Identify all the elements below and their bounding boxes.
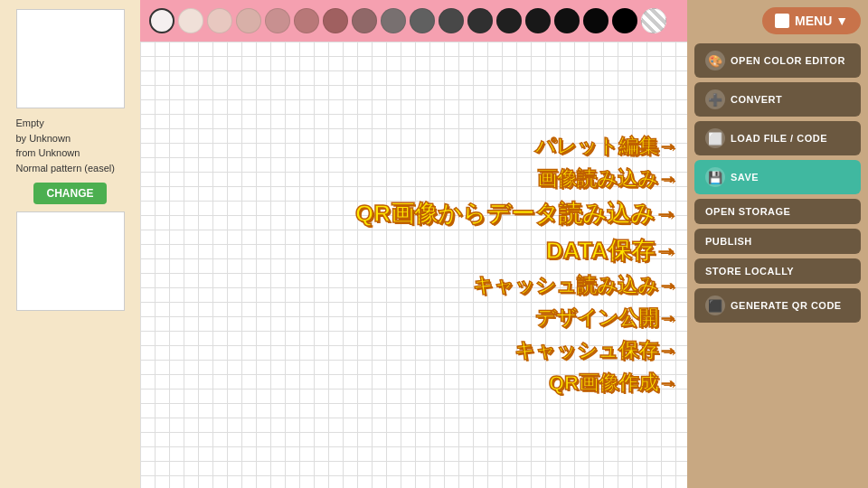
load-file-code-label: LOAD FILE / CODE bbox=[731, 133, 827, 144]
menu-label: MENU ▼ bbox=[795, 14, 848, 28]
publish-button[interactable]: PUBLISH bbox=[694, 229, 861, 254]
convert-label: CONVERT bbox=[731, 94, 782, 105]
palette-swatch-12[interactable] bbox=[496, 8, 522, 33]
open-color-editor-icon: 🎨 bbox=[705, 51, 725, 70]
save-button[interactable]: 💾SAVE bbox=[694, 160, 861, 194]
convert-icon: ➕ bbox=[705, 89, 725, 109]
palette-swatch-14[interactable] bbox=[554, 8, 580, 33]
overlay-line-5: デザイン公開→ bbox=[535, 305, 678, 332]
palette-bar bbox=[140, 0, 687, 42]
main-container: Empty by Unknown from Unknown Normal pat… bbox=[0, 0, 868, 488]
pattern-type: Normal pattern (easel) bbox=[16, 161, 125, 176]
store-locally-button[interactable]: STORE LOCALLY bbox=[694, 258, 861, 284]
overlay-line-4: キャッシュ読み込み→ bbox=[473, 272, 678, 299]
palette-swatch-0[interactable] bbox=[149, 8, 175, 33]
menu-button[interactable]: MENU ▼ bbox=[762, 7, 861, 34]
right-sidebar: MENU ▼ 🎨OPEN COLOR EDITOR➕CONVERT⬜LOAD F… bbox=[687, 0, 868, 488]
generate-qr-code-label: GENERATE QR CODE bbox=[731, 300, 842, 311]
overlay-line-2: QR画像からデータ読み込み→ bbox=[355, 198, 678, 230]
overlay-line-7: QR画像作成→ bbox=[549, 370, 678, 397]
palette-swatch-5[interactable] bbox=[294, 8, 319, 33]
save-label: SAVE bbox=[731, 172, 759, 183]
palette-swatch-4[interactable] bbox=[265, 8, 290, 33]
open-storage-button[interactable]: OPEN STORAGE bbox=[694, 199, 861, 224]
store-locally-label: STORE LOCALLY bbox=[705, 266, 794, 277]
canvas-area[interactable]: パレット編集→画像読み込み→QR画像からデータ読み込み→DATA保存→キャッシュ… bbox=[140, 42, 687, 488]
menu-icon bbox=[775, 14, 789, 28]
palette-swatch-9[interactable] bbox=[410, 8, 435, 33]
publish-label: PUBLISH bbox=[705, 236, 752, 247]
palette-swatch-11[interactable] bbox=[467, 8, 493, 33]
load-file-code-button[interactable]: ⬜LOAD FILE / CODE bbox=[694, 121, 861, 155]
open-color-editor-button[interactable]: 🎨OPEN COLOR EDITOR bbox=[694, 43, 861, 78]
overlay-line-0: パレット編集→ bbox=[535, 133, 678, 160]
palette-swatch-15[interactable] bbox=[583, 8, 609, 33]
convert-button[interactable]: ➕CONVERT bbox=[694, 82, 861, 117]
palette-swatch-2[interactable] bbox=[207, 8, 232, 33]
pattern-title: Empty bbox=[16, 116, 125, 131]
overlay-container: パレット編集→画像読み込み→QR画像からデータ読み込み→DATA保存→キャッシュ… bbox=[140, 42, 687, 488]
left-sidebar: Empty by Unknown from Unknown Normal pat… bbox=[0, 0, 140, 488]
action-buttons-container: 🎨OPEN COLOR EDITOR➕CONVERT⬜LOAD FILE / C… bbox=[694, 43, 861, 323]
palette-swatch-10[interactable] bbox=[439, 8, 464, 33]
pattern-source: from Unknown bbox=[16, 145, 125, 161]
overlay-line-6: キャッシュ保存→ bbox=[514, 337, 678, 364]
palette-swatch-3[interactable] bbox=[236, 8, 261, 33]
generate-qr-code-button[interactable]: ⬛GENERATE QR CODE bbox=[694, 288, 861, 323]
open-storage-label: OPEN STORAGE bbox=[705, 206, 790, 217]
center-area: パレット編集→画像読み込み→QR画像からデータ読み込み→DATA保存→キャッシュ… bbox=[140, 0, 687, 488]
preview-bottom bbox=[16, 211, 125, 311]
palette-swatch-1[interactable] bbox=[178, 8, 203, 33]
palette-swatch-7[interactable] bbox=[352, 8, 377, 33]
palette-swatch-16[interactable] bbox=[612, 8, 637, 33]
generate-qr-code-icon: ⬛ bbox=[705, 296, 725, 315]
palette-swatch-6[interactable] bbox=[323, 8, 348, 33]
load-file-code-icon: ⬜ bbox=[705, 128, 725, 148]
save-icon: 💾 bbox=[705, 167, 725, 187]
preview-top bbox=[16, 9, 125, 108]
overlay-line-1: 画像読み込み→ bbox=[537, 165, 678, 192]
palette-swatch-13[interactable] bbox=[525, 8, 551, 33]
open-color-editor-label: OPEN COLOR EDITOR bbox=[731, 55, 845, 66]
palette-swatch-8[interactable] bbox=[381, 8, 406, 33]
palette-swatch-striped[interactable] bbox=[641, 8, 666, 33]
pattern-info: Empty by Unknown from Unknown Normal pat… bbox=[16, 116, 125, 175]
pattern-author: by Unknown bbox=[16, 131, 125, 146]
change-button[interactable]: CHANGE bbox=[33, 183, 106, 204]
overlay-line-3: DATA保存→ bbox=[546, 235, 678, 267]
